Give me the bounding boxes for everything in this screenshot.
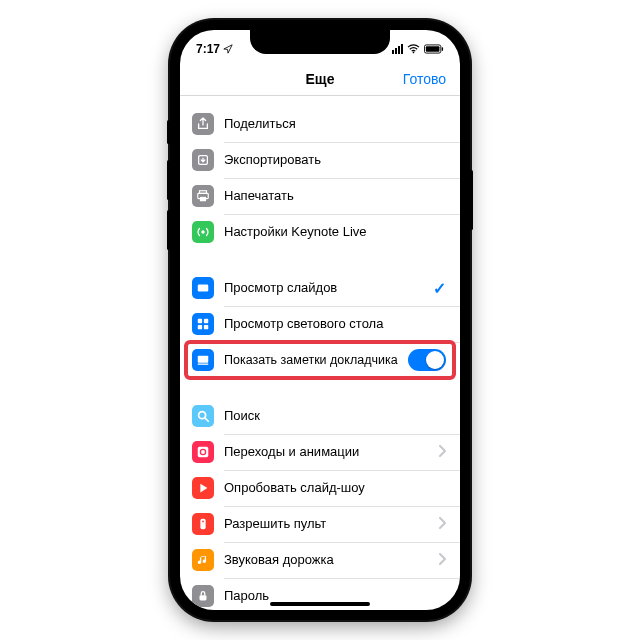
volume-up-button bbox=[167, 160, 170, 200]
content-scroll[interactable]: ПоделитьсяЭкспортироватьНапечататьНастро… bbox=[180, 96, 460, 610]
checkmark-icon: ✓ bbox=[433, 279, 446, 298]
row-label: Поделиться bbox=[224, 116, 446, 132]
row-transitions[interactable]: Переходы и анимации bbox=[180, 434, 460, 470]
row-export[interactable]: Экспортировать bbox=[180, 142, 460, 178]
row-presenter_notes[interactable]: Показать заметки докладчика bbox=[180, 342, 460, 378]
lock-icon bbox=[192, 585, 214, 607]
grid-icon bbox=[192, 313, 214, 335]
nav-bar: Еще Готово bbox=[180, 62, 460, 96]
battery-icon bbox=[424, 44, 444, 54]
mute-switch bbox=[167, 120, 170, 144]
svg-rect-3 bbox=[442, 47, 443, 51]
svg-rect-14 bbox=[198, 356, 209, 363]
svg-rect-20 bbox=[200, 595, 207, 600]
done-button[interactable]: Готово bbox=[403, 71, 446, 87]
row-label: Просмотр светового стола bbox=[224, 316, 446, 332]
svg-rect-13 bbox=[204, 325, 208, 329]
row-light_table[interactable]: Просмотр светового стола bbox=[180, 306, 460, 342]
row-label: Экспортировать bbox=[224, 152, 446, 168]
print-icon bbox=[192, 185, 214, 207]
svg-point-19 bbox=[202, 521, 204, 523]
phone-frame: 7:17 bbox=[170, 20, 470, 620]
power-button bbox=[470, 170, 473, 230]
row-label: Поиск bbox=[224, 408, 446, 424]
chevron-right-icon bbox=[438, 551, 446, 569]
home-indicator[interactable] bbox=[270, 602, 370, 606]
wifi-icon bbox=[407, 44, 420, 54]
svg-point-0 bbox=[413, 52, 415, 54]
row-label: Разрешить пульт bbox=[224, 516, 428, 532]
svg-rect-18 bbox=[200, 519, 205, 530]
chevron-right-icon bbox=[438, 515, 446, 533]
row-label: Настройки Keynote Live bbox=[224, 224, 446, 240]
settings-group: ПоделитьсяЭкспортироватьНапечататьНастро… bbox=[180, 106, 460, 250]
settings-group: Просмотр слайдов✓Просмотр светового стол… bbox=[180, 270, 460, 378]
music-icon bbox=[192, 549, 214, 571]
row-slide_view[interactable]: Просмотр слайдов✓ bbox=[180, 270, 460, 306]
transition-icon bbox=[192, 441, 214, 463]
row-label: Звуковая дорожка bbox=[224, 552, 428, 568]
row-label: Напечатать bbox=[224, 188, 446, 204]
screen: 7:17 bbox=[180, 30, 460, 610]
export-icon bbox=[192, 149, 214, 171]
svg-rect-10 bbox=[198, 319, 202, 323]
status-time: 7:17 bbox=[196, 42, 220, 56]
location-icon bbox=[223, 44, 233, 54]
row-share[interactable]: Поделиться bbox=[180, 106, 460, 142]
notch bbox=[250, 30, 390, 54]
settings-group: ПоискПереходы и анимацииОпробовать слайд… bbox=[180, 398, 460, 610]
row-keynote_live[interactable]: Настройки Keynote Live bbox=[180, 214, 460, 250]
row-search[interactable]: Поиск bbox=[180, 398, 460, 434]
row-label: Просмотр слайдов bbox=[224, 280, 423, 296]
svg-rect-7 bbox=[200, 197, 206, 201]
svg-rect-2 bbox=[426, 46, 440, 51]
search-icon bbox=[192, 405, 214, 427]
svg-rect-15 bbox=[198, 364, 209, 365]
cellular-signal-icon bbox=[392, 44, 403, 54]
svg-rect-9 bbox=[198, 285, 209, 292]
share-icon bbox=[192, 113, 214, 135]
play-icon bbox=[192, 477, 214, 499]
row-allow_remote[interactable]: Разрешить пульт bbox=[180, 506, 460, 542]
row-print[interactable]: Напечатать bbox=[180, 178, 460, 214]
notes-icon bbox=[192, 349, 214, 371]
row-try_slideshow[interactable]: Опробовать слайд-шоу bbox=[180, 470, 460, 506]
volume-down-button bbox=[167, 210, 170, 250]
svg-point-8 bbox=[201, 230, 205, 234]
broadcast-icon bbox=[192, 221, 214, 243]
svg-rect-17 bbox=[198, 447, 209, 458]
chevron-right-icon bbox=[438, 443, 446, 461]
row-soundtrack[interactable]: Звуковая дорожка bbox=[180, 542, 460, 578]
svg-rect-12 bbox=[198, 325, 202, 329]
row-label: Переходы и анимации bbox=[224, 444, 428, 460]
nav-title: Еще bbox=[306, 71, 335, 87]
row-label: Показать заметки докладчика bbox=[224, 353, 398, 368]
row-label: Опробовать слайд-шоу bbox=[224, 480, 446, 496]
svg-rect-11 bbox=[204, 319, 208, 323]
remote-icon bbox=[192, 513, 214, 535]
toggle-presenter_notes[interactable] bbox=[408, 349, 446, 371]
slide-icon bbox=[192, 277, 214, 299]
